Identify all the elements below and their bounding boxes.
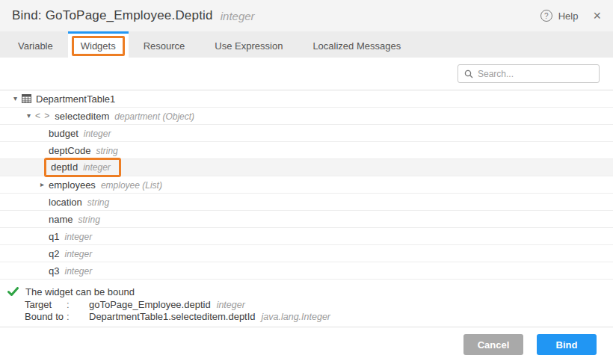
tree-node-label: deptCodestring	[49, 145, 118, 156]
tab-localized-messages[interactable]: Localized Messages	[298, 31, 416, 58]
tree-node-label: budgetinteger	[49, 128, 111, 139]
status-value-type: integer	[217, 300, 245, 310]
annotation-highlight: Widgets	[72, 36, 125, 56]
status-value: goToPage_Employee.deptidinteger	[89, 299, 613, 311]
tree-node-name: q1	[49, 231, 59, 242]
annotation-highlight: deptIdinteger	[44, 158, 121, 177]
status-message: The widget can be bound	[25, 286, 135, 297]
tree-node-type: string	[78, 215, 100, 225]
caret-right-icon[interactable]: ▸	[36, 181, 49, 188]
tree-node-name: q2	[49, 248, 59, 259]
close-icon[interactable]: ×	[593, 9, 601, 22]
tab-label: Variable	[18, 40, 53, 52]
tree-node-name: budget	[49, 128, 78, 139]
tree-node-type: employee (List)	[101, 180, 162, 191]
tab-variable[interactable]: Variable	[3, 31, 68, 58]
tab-label: Localized Messages	[312, 40, 401, 52]
tree-node-type: integer	[83, 162, 111, 173]
tree-node-label: namestring	[49, 214, 100, 225]
bind-button[interactable]: Bind	[537, 334, 597, 355]
table-icon	[22, 94, 31, 103]
tab-widgets[interactable]: Widgets	[68, 31, 129, 58]
tree-node-name: employees	[49, 179, 96, 191]
status-grid: Target:goToPage_Employee.deptidintegerBo…	[25, 299, 613, 323]
cancel-button[interactable]: Cancel	[463, 334, 523, 355]
search-box[interactable]	[458, 64, 600, 83]
tree-row-q1[interactable]: q1integer	[0, 228, 613, 245]
tree-node-name: name	[49, 214, 73, 225]
tab-bar: VariableWidgetsResourceUse ExpressionLoc…	[0, 31, 613, 58]
tree-node-label: q3integer	[49, 265, 92, 277]
tree-node-label: q2integer	[49, 248, 92, 259]
status-separator: :	[67, 299, 89, 311]
dialog-title: Bind: GoToPage_Employee.Deptid	[12, 8, 213, 23]
tree-row-name[interactable]: namestring	[0, 211, 613, 228]
tree-node-label: locationstring	[49, 197, 109, 208]
tab-label: Use Expression	[215, 40, 283, 52]
widget-tree: ▾DepartmentTable1▾< >selecteditemdepartm…	[0, 90, 613, 280]
title-bar: Bind: GoToPage_Employee.Deptid integer ?…	[0, 0, 613, 31]
caret-down-icon[interactable]: ▾	[22, 112, 35, 120]
tree-node-name: deptId	[51, 161, 78, 173]
tree-node-type: string	[87, 197, 109, 208]
titlebar-actions: ? Help ×	[540, 9, 601, 22]
tree-node-type: integer	[64, 232, 92, 242]
tree-node-type: integer	[84, 129, 111, 139]
tree-node-name: q3	[49, 265, 59, 277]
tab-resource[interactable]: Resource	[129, 31, 200, 58]
search-icon	[464, 70, 473, 78]
tree-row-location[interactable]: locationstring	[0, 194, 613, 211]
status-separator: :	[67, 311, 89, 323]
tree-node-name: selecteditem	[55, 111, 109, 122]
status-value: DepartmentTable1.selecteditem.deptIdjava…	[89, 311, 613, 323]
tree-row-deptid[interactable]: deptIdinteger	[0, 159, 613, 176]
tree-row-employees[interactable]: ▸employeesemployee (List)	[0, 176, 613, 194]
tab-label: Resource	[144, 40, 185, 52]
status-row-target: Target:goToPage_Employee.deptidinteger	[25, 299, 613, 311]
status-label: Target	[25, 299, 67, 311]
bind-status: The widget can be bound Target:goToPage_…	[0, 280, 613, 323]
tree-node-type: department (Object)	[114, 111, 194, 122]
tree-row-q2[interactable]: q2integer	[0, 245, 613, 262]
check-icon	[7, 287, 19, 297]
tree-row-q3[interactable]: q3integer	[0, 262, 613, 280]
tree-node-type: string	[96, 146, 117, 156]
tree-row-departmenttable1[interactable]: ▾DepartmentTable1	[0, 90, 613, 108]
status-row-bound-to: Bound to:DepartmentTable1.selecteditem.d…	[25, 311, 613, 323]
object-icon: < >	[35, 111, 50, 121]
tab-use-expression[interactable]: Use Expression	[200, 31, 298, 58]
caret-down-icon[interactable]: ▾	[9, 95, 22, 102]
footer-bar: Cancel Bind	[0, 327, 613, 364]
tree-node-type: integer	[64, 249, 92, 259]
status-value-type: java.lang.Integer	[262, 312, 330, 322]
tree-node-label: q1integer	[49, 231, 92, 242]
tree-row-selecteditem[interactable]: ▾< >selecteditemdepartment (Object)	[0, 108, 613, 125]
help-icon[interactable]: ?	[540, 10, 552, 22]
tree-row-budget[interactable]: budgetinteger	[0, 125, 613, 142]
dialog-title-type: integer	[221, 10, 255, 22]
status-head: The widget can be bound	[7, 286, 613, 297]
tree-node-label: DepartmentTable1	[36, 93, 115, 105]
tree-node-label: employeesemployee (List)	[49, 179, 162, 191]
tree-node-name: deptCode	[49, 145, 90, 156]
help-button[interactable]: Help	[558, 10, 579, 22]
tree-node-type: integer	[64, 266, 92, 277]
search-input[interactable]	[478, 69, 593, 79]
tree-node-name: DepartmentTable1	[36, 93, 115, 105]
tree-node-name: location	[49, 197, 82, 208]
search-row	[0, 58, 613, 90]
status-label: Bound to	[25, 311, 67, 323]
bind-dialog: Bind: GoToPage_Employee.Deptid integer ?…	[0, 0, 613, 364]
tree-node-label: selecteditemdepartment (Object)	[55, 111, 194, 122]
tree-row-deptcode[interactable]: deptCodestring	[0, 142, 613, 159]
